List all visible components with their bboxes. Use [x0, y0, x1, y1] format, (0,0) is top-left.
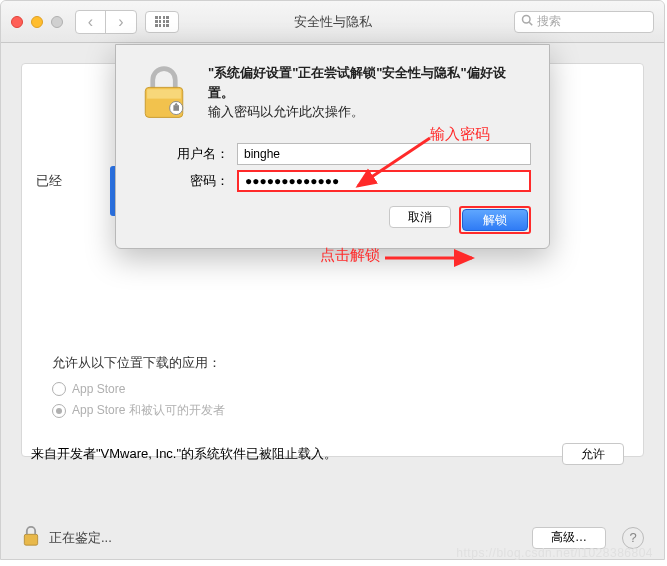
left-cut-label: 已经 — [36, 172, 62, 190]
radio-identified-row[interactable]: App Store 和被认可的开发者 — [52, 402, 225, 419]
radio-group: App Store App Store 和被认可的开发者 — [52, 382, 225, 419]
radio-icon — [52, 382, 66, 396]
lock-status[interactable]: 正在鉴定... — [21, 524, 112, 551]
radio-identified-label: App Store 和被认可的开发者 — [72, 402, 225, 419]
radio-appstore-label: App Store — [72, 382, 125, 396]
unlock-highlight: 解锁 — [459, 206, 531, 234]
close-icon[interactable] — [11, 16, 23, 28]
search-icon — [521, 14, 533, 29]
password-label: 密码： — [134, 172, 229, 190]
unlock-button[interactable]: 解锁 — [462, 209, 528, 231]
lock-icon — [21, 524, 41, 551]
search-placeholder: 搜索 — [537, 13, 561, 30]
username-row: 用户名： — [134, 143, 531, 165]
nav-back-forward[interactable]: ‹ › — [75, 10, 137, 34]
watermark: https://blog.csdn.net/l1028386804 — [456, 546, 653, 560]
auth-form: 用户名： 密码： — [134, 143, 531, 192]
auth-dialog: "系统偏好设置"正在尝试解锁"安全性与隐私"偏好设置。 输入密码以允许此次操作。… — [115, 44, 550, 249]
svg-rect-4 — [147, 89, 181, 98]
blocked-software-row: 来自开发者"VMware, Inc."的系统软件已被阻止载入。 允许 — [31, 443, 624, 465]
grid-icon — [155, 16, 169, 28]
show-all-button[interactable] — [145, 11, 179, 33]
cancel-button[interactable]: 取消 — [389, 206, 451, 228]
radio-appstore-row[interactable]: App Store — [52, 382, 225, 396]
forward-icon[interactable]: › — [106, 11, 136, 33]
titlebar: ‹ › 安全性与隐私 搜索 — [1, 1, 664, 43]
download-apps-section: 允许从以下位置下载的应用： App Store App Store 和被认可的开… — [52, 354, 225, 425]
lock-status-text: 正在鉴定... — [49, 529, 112, 547]
lock-large-icon — [134, 63, 194, 127]
blocked-text: 来自开发者"VMware, Inc."的系统软件已被阻止载入。 — [31, 445, 337, 463]
window-controls — [11, 16, 63, 28]
dialog-subheading: 输入密码以允许此次操作。 — [208, 102, 531, 122]
svg-rect-2 — [24, 534, 37, 545]
radio-icon-checked — [52, 404, 66, 418]
allow-button[interactable]: 允许 — [562, 443, 624, 465]
username-field[interactable] — [237, 143, 531, 165]
window-title: 安全性与隐私 — [294, 13, 372, 31]
dialog-heading: "系统偏好设置"正在尝试解锁"安全性与隐私"偏好设置。 — [208, 63, 531, 102]
maximize-icon — [51, 16, 63, 28]
password-row: 密码： — [134, 170, 531, 192]
svg-rect-6 — [173, 105, 179, 111]
username-label: 用户名： — [134, 145, 229, 163]
minimize-icon[interactable] — [31, 16, 43, 28]
dialog-buttons: 取消 解锁 — [134, 206, 531, 234]
dialog-message: "系统偏好设置"正在尝试解锁"安全性与隐私"偏好设置。 输入密码以允许此次操作。 — [208, 63, 531, 127]
search-input[interactable]: 搜索 — [514, 11, 654, 33]
download-apps-label: 允许从以下位置下载的应用： — [52, 354, 225, 372]
password-field[interactable] — [237, 170, 531, 192]
svg-point-0 — [523, 16, 531, 24]
svg-line-1 — [529, 22, 532, 25]
back-icon[interactable]: ‹ — [76, 11, 106, 33]
